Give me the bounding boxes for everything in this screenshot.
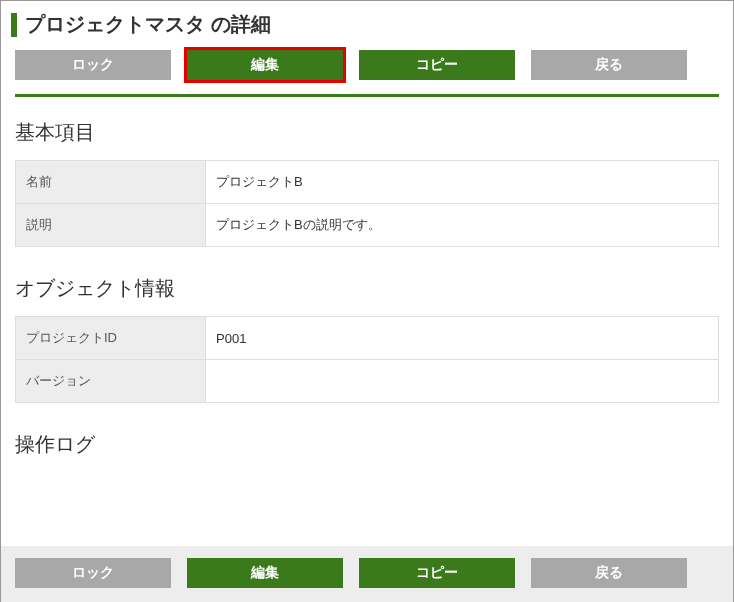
table-row: 名前 プロジェクトB (16, 161, 719, 204)
basic-table: 名前 プロジェクトB 説明 プロジェクトBの説明です。 (15, 160, 719, 247)
field-value-version (206, 360, 719, 403)
copy-button-footer[interactable]: コピー (359, 558, 515, 588)
field-value-project-id: P001 (206, 317, 719, 360)
field-value-description: プロジェクトBの説明です。 (206, 204, 719, 247)
table-row: 説明 プロジェクトBの説明です。 (16, 204, 719, 247)
field-label-project-id: プロジェクトID (16, 317, 206, 360)
back-button[interactable]: 戻る (531, 50, 687, 80)
lock-button-footer[interactable]: ロック (15, 558, 171, 588)
field-label-version: バージョン (16, 360, 206, 403)
object-table: プロジェクトID P001 バージョン (15, 316, 719, 403)
section-title-basic: 基本項目 (15, 119, 719, 146)
table-row: プロジェクトID P001 (16, 317, 719, 360)
field-label-description: 説明 (16, 204, 206, 247)
page-title: プロジェクトマスタ の詳細 (25, 11, 271, 38)
copy-button[interactable]: コピー (359, 50, 515, 80)
lock-button[interactable]: ロック (15, 50, 171, 80)
field-label-name: 名前 (16, 161, 206, 204)
edit-button[interactable]: 編集 (187, 50, 343, 80)
back-button-footer[interactable]: 戻る (531, 558, 687, 588)
content-area: 基本項目 名前 プロジェクトB 説明 プロジェクトBの説明です。 オブジェクト情… (1, 97, 733, 458)
edit-button-footer[interactable]: 編集 (187, 558, 343, 588)
section-title-log: 操作ログ (15, 431, 719, 458)
bottom-toolbar: ロック 編集 コピー 戻る (1, 546, 733, 602)
section-title-object: オブジェクト情報 (15, 275, 719, 302)
page-header: プロジェクトマスタ の詳細 (1, 1, 733, 46)
top-toolbar: ロック 編集 コピー 戻る (1, 46, 733, 94)
header-accent-bar (11, 13, 17, 37)
table-row: バージョン (16, 360, 719, 403)
field-value-name: プロジェクトB (206, 161, 719, 204)
